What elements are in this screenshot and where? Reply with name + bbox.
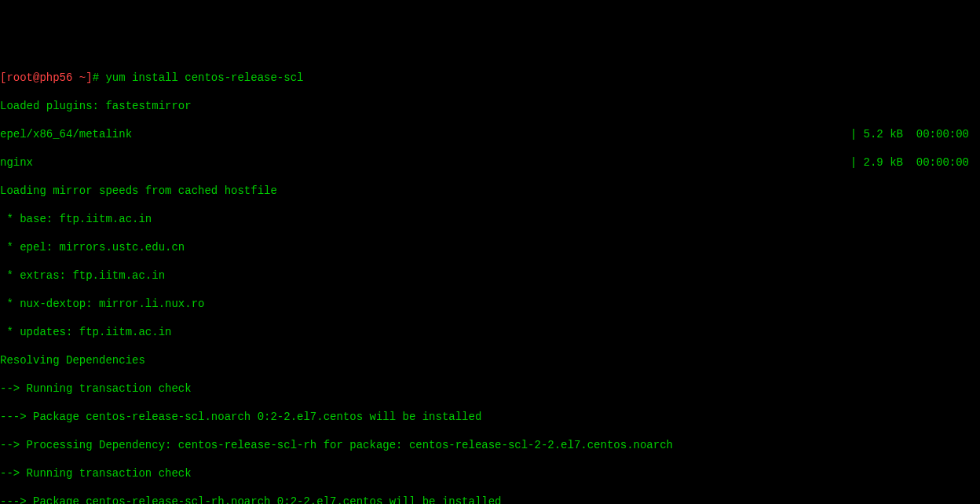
output-line: --> Running transaction check — [0, 466, 980, 480]
mirror-line: * updates: ftp.iitm.ac.in — [0, 325, 980, 339]
mirror-line: * extras: ftp.iitm.ac.in — [0, 268, 980, 283]
output-line: --> Running transaction check — [0, 382, 980, 396]
command-text: yum install centos-release-scl — [105, 71, 303, 84]
output-line: ---> Package centos-release-scl-rh.noarc… — [0, 495, 980, 504]
repo-name: nginx — [0, 155, 850, 170]
mirror-line: * base: ftp.iitm.ac.in — [0, 212, 980, 226]
mirror-line: * nux-dextop: mirror.li.nux.ro — [0, 297, 980, 311]
repo-info: | 5.2 kB 00:00:00 — [850, 127, 980, 141]
output-line: Resolving Dependencies — [0, 353, 980, 367]
mirror-line: * epel: mirrors.ustc.edu.cn — [0, 240, 980, 254]
output-line: Loading mirror speeds from cached hostfi… — [0, 184, 980, 198]
terminal-output[interactable]: [root@php56 ~]# yum install centos-relea… — [0, 57, 980, 504]
output-line: ---> Package centos-release-scl.noarch 0… — [0, 410, 980, 424]
output-line: Loaded plugins: fastestmirror — [0, 99, 980, 113]
repo-line: nginx| 2.9 kB 00:00:00 — [0, 155, 980, 170]
prompt-user: [root@php56 ~] — [0, 71, 93, 84]
repo-name: epel/x86_64/metalink — [0, 127, 850, 141]
prompt-symbol: # — [93, 71, 99, 84]
repo-line: epel/x86_64/metalink| 5.2 kB 00:00:00 — [0, 127, 980, 141]
output-line: --> Processing Dependency: centos-releas… — [0, 438, 980, 452]
repo-info: | 2.9 kB 00:00:00 — [850, 155, 980, 170]
prompt-line: [root@php56 ~]# yum install centos-relea… — [0, 71, 980, 85]
